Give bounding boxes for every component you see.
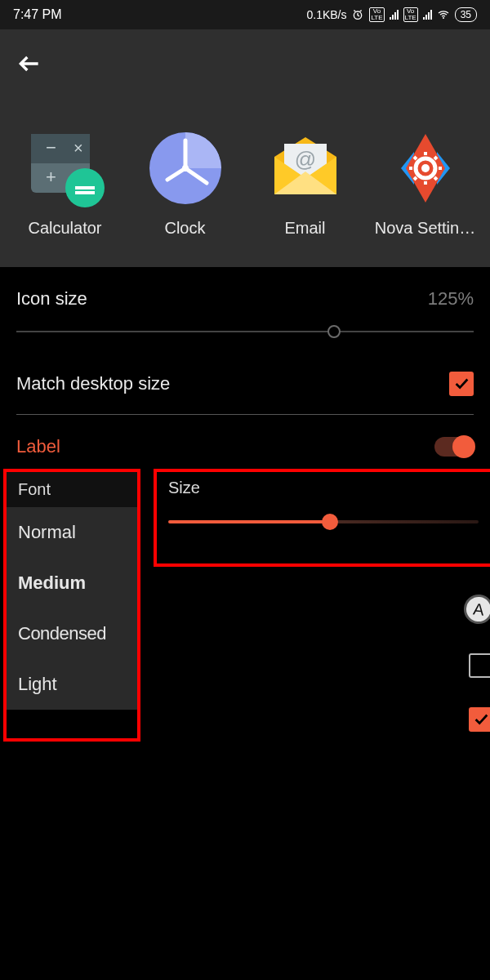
app-label: Clock xyxy=(164,219,205,238)
match-desktop-row[interactable]: Match desktop size xyxy=(16,341,474,417)
svg-point-12 xyxy=(182,165,189,172)
svg-rect-8 xyxy=(75,186,95,189)
icon-size-row[interactable]: Icon size 125% xyxy=(16,267,474,331)
app-clock[interactable]: Clock xyxy=(128,129,243,238)
font-option-normal[interactable]: Normal xyxy=(7,507,137,558)
svg-text:+: + xyxy=(46,167,56,187)
app-label: Nova Settin… xyxy=(375,219,475,238)
option-row-2[interactable] xyxy=(154,693,490,746)
net-speed: 0.1KB/s xyxy=(306,8,346,21)
svg-point-1 xyxy=(443,17,444,19)
font-option-medium[interactable]: Medium xyxy=(7,558,137,608)
size-slider-thumb[interactable] xyxy=(322,514,338,530)
battery-icon: 35 xyxy=(455,7,477,22)
font-option-light[interactable]: Light xyxy=(7,659,137,710)
preview-panel: − × + Calculator xyxy=(0,29,490,267)
status-bar: 7:47 PM 0.1KB/s VoLTE VoLTE 35 xyxy=(0,0,490,29)
app-calculator[interactable]: − × + Calculator xyxy=(8,129,122,238)
icon-size-slider-thumb[interactable] xyxy=(327,325,341,338)
size-panel: Size xyxy=(154,469,490,567)
status-icons: 0.1KB/s VoLTE VoLTE 35 xyxy=(306,7,477,22)
option-checkbox-1[interactable] xyxy=(469,653,490,678)
size-slider[interactable] xyxy=(168,520,479,523)
match-desktop-checkbox[interactable] xyxy=(449,372,474,396)
option-checkbox-2[interactable] xyxy=(469,707,490,732)
color-badge[interactable]: A xyxy=(462,593,490,626)
calculator-icon: − × + xyxy=(26,129,105,207)
signal-icon-2 xyxy=(423,10,432,20)
back-icon[interactable] xyxy=(16,65,42,79)
app-label: Email xyxy=(284,219,325,238)
label-toggle[interactable] xyxy=(434,437,474,457)
status-time: 7:47 PM xyxy=(13,7,62,22)
svg-rect-9 xyxy=(75,191,95,194)
wifi-icon xyxy=(437,8,450,21)
icon-size-slider[interactable] xyxy=(16,331,474,332)
match-desktop-label: Match desktop size xyxy=(16,373,170,394)
volte-icon-1: VoLTE xyxy=(369,7,384,22)
font-option-condensed[interactable]: Condensed xyxy=(7,608,137,659)
toggle-knob xyxy=(452,435,475,458)
font-header: Font xyxy=(7,472,137,507)
svg-point-16 xyxy=(421,164,430,172)
font-dropdown[interactable]: Font Normal Medium Condensed Light xyxy=(7,472,137,710)
option-row-1[interactable] xyxy=(154,639,490,693)
label-section-title: Label xyxy=(16,436,60,457)
clock-icon xyxy=(146,129,225,207)
color-row[interactable]: A xyxy=(154,580,490,639)
volte-icon-2: VoLTE xyxy=(403,7,418,22)
svg-text:×: × xyxy=(74,139,83,157)
icon-size-label: Icon size xyxy=(16,288,87,310)
size-header: Size xyxy=(168,479,479,497)
svg-text:@: @ xyxy=(294,147,315,172)
label-section-header[interactable]: Label xyxy=(16,415,474,472)
app-nova-settings[interactable]: Nova Settin… xyxy=(368,129,483,238)
nova-settings-icon xyxy=(386,129,465,207)
icon-size-value: 125% xyxy=(428,288,474,310)
app-label: Calculator xyxy=(28,219,101,238)
svg-text:−: − xyxy=(46,137,56,158)
signal-icon-1 xyxy=(390,10,399,20)
alarm-icon xyxy=(351,8,364,21)
email-icon: @ xyxy=(266,129,345,207)
app-email[interactable]: @ Email xyxy=(248,129,363,238)
